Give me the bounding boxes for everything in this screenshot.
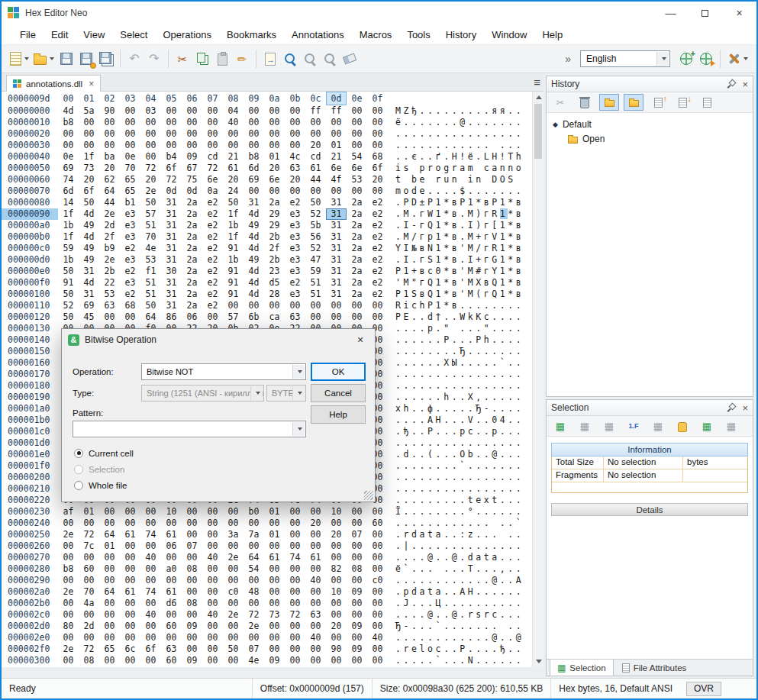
hex-byte[interactable]: 01 <box>264 151 285 163</box>
hex-byte[interactable]: 31 <box>326 277 347 289</box>
clear-selection-button[interactable]: ▦ <box>575 418 595 434</box>
hex-byte[interactable]: 31 <box>326 266 347 277</box>
hex-byte[interactable]: 00 <box>285 117 305 128</box>
ascii-text[interactable]: PE..d†..WkКc.... <box>395 311 524 323</box>
hex-byte[interactable]: 03 <box>140 105 161 117</box>
hex-byte[interactable]: 00 <box>140 540 161 552</box>
hex-byte[interactable]: 00 <box>285 621 305 632</box>
hex-byte[interactable]: 51 <box>140 289 161 300</box>
hex-byte[interactable]: 00 <box>367 609 388 621</box>
hex-byte[interactable]: 00 <box>347 540 367 552</box>
hex-byte[interactable]: cd <box>202 151 223 163</box>
ascii-text[interactable]: .M/гp1*в.M+гV1*в <box>395 231 524 243</box>
hex-byte[interactable]: 00 <box>264 598 285 609</box>
hex-byte[interactable]: 56 <box>305 231 326 243</box>
hex-byte[interactable]: 74 <box>58 174 79 185</box>
hex-byte[interactable]: 00 <box>347 128 367 140</box>
hex-byte[interactable]: 00 <box>120 552 140 563</box>
hex-byte[interactable]: 00 <box>202 563 223 575</box>
hex-byte[interactable]: 08 <box>347 563 367 575</box>
settings-button[interactable] <box>724 47 750 70</box>
hex-byte[interactable]: 00 <box>347 506 367 518</box>
hex-byte[interactable]: 2a <box>182 289 202 300</box>
hex-byte[interactable]: 40 <box>140 609 161 621</box>
hex-byte[interactable]: 00 <box>347 185 367 197</box>
hex-byte[interactable]: 00 <box>305 598 326 609</box>
hex-byte[interactable]: 01 <box>99 540 120 552</box>
ascii-text[interactable]: .....`...N...... <box>395 655 524 666</box>
load-selection-button[interactable]: ▦ <box>721 418 741 434</box>
hex-byte[interactable]: 00 <box>264 518 285 529</box>
hex-byte[interactable]: 00 <box>182 552 202 563</box>
hex-byte[interactable]: 00 <box>120 105 140 117</box>
hex-byte[interactable]: 51 <box>140 277 161 289</box>
hex-byte[interactable]: 53 <box>347 174 367 185</box>
hex-byte[interactable]: 00 <box>244 518 264 529</box>
hex-byte[interactable]: 61 <box>223 163 244 174</box>
hex-byte[interactable]: 00 <box>99 655 120 666</box>
hex-byte[interactable]: 00 <box>202 632 223 644</box>
hex-byte[interactable]: 00 <box>79 632 99 644</box>
hex-byte[interactable]: 2b <box>264 254 285 266</box>
panel-tab-selection[interactable]: ▦Selection <box>550 660 614 676</box>
menu-operations[interactable]: Operations <box>155 26 219 44</box>
ascii-text[interactable]: .I-гQ1*в.I)г[1*в <box>395 220 524 231</box>
hex-byte[interactable]: 00 <box>264 540 285 552</box>
hex-byte[interactable]: 2a <box>347 220 367 231</box>
hex-byte[interactable]: 00 <box>347 552 367 563</box>
hex-byte[interactable]: 61 <box>120 529 140 540</box>
hex-byte[interactable]: e2 <box>202 300 223 311</box>
hex-byte[interactable]: 00 <box>223 563 244 575</box>
ascii-text[interactable]: ................ <box>395 437 524 449</box>
hex-byte[interactable]: 74 <box>285 552 305 563</box>
hex-byte[interactable]: 29 <box>264 208 285 220</box>
hex-byte[interactable]: 00 <box>79 140 99 151</box>
radio-current-cell[interactable]: Current cell <box>74 445 134 461</box>
hex-byte[interactable]: 4d <box>244 208 264 220</box>
hex-byte[interactable]: 00 <box>367 185 388 197</box>
hex-byte[interactable]: 72 <box>79 529 99 540</box>
hex-byte[interactable]: e3 <box>285 220 305 231</box>
hex-byte[interactable]: 00 <box>58 540 79 552</box>
status-overwrite-toggle[interactable]: OVR <box>686 682 721 696</box>
scroll-up-arrow[interactable] <box>533 92 544 103</box>
purge-history-button[interactable] <box>575 94 595 111</box>
hex-byte[interactable]: 00 <box>285 506 305 518</box>
hex-byte[interactable]: e3 <box>285 289 305 300</box>
hex-byte[interactable]: 72 <box>161 174 182 185</box>
hex-byte[interactable]: af <box>58 506 79 518</box>
hex-byte[interactable]: 45 <box>79 311 99 323</box>
hex-byte[interactable]: 72 <box>202 163 223 174</box>
invert-selection-button[interactable]: ▦ <box>599 418 619 434</box>
hex-byte[interactable]: 20 <box>326 529 347 540</box>
hex-byte[interactable]: 00 <box>58 575 79 586</box>
hex-byte[interactable]: e3 <box>285 243 305 254</box>
hex-byte[interactable]: 4d <box>79 231 99 243</box>
hex-byte[interactable]: 31 <box>161 289 182 300</box>
hex-byte[interactable]: 00 <box>161 518 182 529</box>
hex-byte[interactable]: 00 <box>347 300 367 311</box>
hex-byte[interactable]: 24 <box>223 185 244 197</box>
hex-byte[interactable]: 00 <box>285 518 305 529</box>
hex-byte[interactable]: 44 <box>305 174 326 185</box>
hex-byte[interactable]: 31 <box>161 197 182 208</box>
hex-byte[interactable]: e2 <box>367 220 388 231</box>
menu-macros[interactable]: Macros <box>352 26 400 44</box>
hex-byte[interactable]: 50 <box>223 197 244 208</box>
hex-byte[interactable]: 00 <box>202 506 223 518</box>
hex-byte[interactable]: 00 <box>367 529 388 540</box>
hex-byte[interactable]: 00 <box>367 140 388 151</box>
ascii-text[interactable]: ......P...Ph.... <box>395 334 524 346</box>
ok-button[interactable]: OK <box>311 363 366 381</box>
hex-byte[interactable]: 00 <box>79 117 99 128</box>
hex-byte[interactable]: 00 <box>367 563 388 575</box>
hex-byte[interactable]: e3 <box>120 254 140 266</box>
hex-byte[interactable]: 00 <box>305 117 326 128</box>
hex-byte[interactable]: 00 <box>202 518 223 529</box>
hex-byte[interactable]: 00 <box>202 598 223 609</box>
hex-byte[interactable]: 90 <box>99 105 120 117</box>
hex-byte[interactable]: 00 <box>223 140 244 151</box>
hex-byte[interactable]: b8 <box>58 563 79 575</box>
hex-byte[interactable]: 00 <box>120 117 140 128</box>
dialog-close-button[interactable]: × <box>346 329 375 350</box>
